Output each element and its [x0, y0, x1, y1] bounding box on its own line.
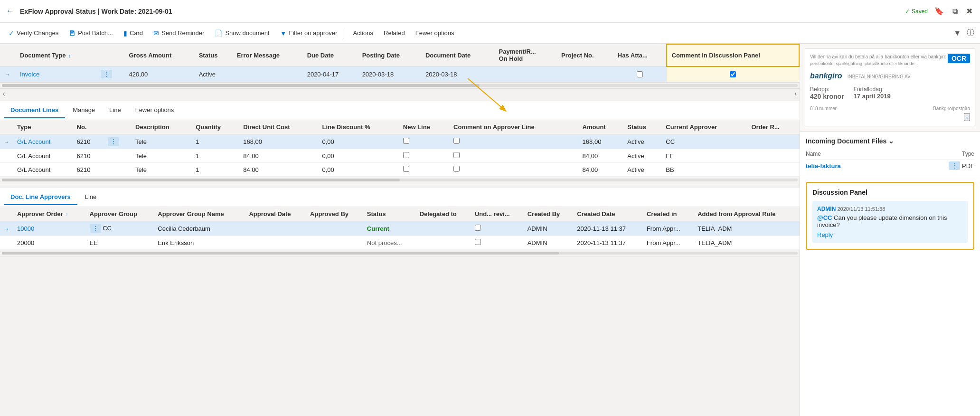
dl-no: 6210: [73, 163, 104, 177]
dl-type: G/L Account: [13, 149, 73, 163]
approvers-hscroll[interactable]: [0, 250, 800, 256]
scroll-track: [2, 84, 798, 87]
has-atta-checkbox[interactable]: [637, 71, 643, 77]
gl-account-link[interactable]: G/L Account: [17, 138, 50, 145]
ocr-amount: Belopp: 420 kronor: [810, 86, 844, 100]
ap-order: 20000: [13, 236, 86, 250]
info-icon[interactable]: ⓘ: [965, 27, 976, 39]
ap-und-revi[interactable]: [471, 236, 524, 250]
cell-has-atta[interactable]: [613, 66, 667, 82]
dl-current-approver: FF: [662, 149, 747, 163]
ap-und-revi[interactable]: [471, 221, 524, 236]
ap-und-revi-checkbox-2[interactable]: [475, 239, 481, 245]
ap-group-three-dot[interactable]: ⋮ CC: [86, 221, 154, 236]
comment-discussion-checkbox[interactable]: [730, 71, 736, 77]
th-arrow: [0, 44, 15, 66]
chevron-down-icon[interactable]: ⌄: [888, 137, 894, 145]
ap-scroll-thumb[interactable]: [2, 252, 559, 255]
tab-fewer-options[interactable]: Fewer options: [129, 103, 181, 118]
dl-new-line-checkbox-3[interactable]: [403, 166, 409, 172]
dl-arrow: [0, 149, 13, 163]
dl-three-dot: [104, 149, 132, 163]
lines-scroll-thumb[interactable]: [2, 179, 400, 181]
dl-three-dot[interactable]: ⋮: [104, 134, 132, 149]
post-icon: 🖹: [69, 29, 75, 37]
tab-doc-line-approvers[interactable]: Doc. Line Approvers: [4, 189, 77, 205]
nav-right-arrow[interactable]: ›: [792, 90, 800, 97]
dl-new-line[interactable]: [399, 149, 450, 163]
th-payment-on-hold: Payment/R...On Hold: [494, 44, 556, 66]
reply-link[interactable]: Reply: [817, 231, 963, 238]
discussion-title: Discussion Panel: [812, 189, 968, 196]
dl-comment[interactable]: [450, 163, 579, 177]
th-ap-arrow: [0, 207, 13, 221]
ocr-bank-name: bankgiro INBETALNING/GIRERING AV: [810, 72, 970, 80]
tab-document-lines[interactable]: Document Lines: [4, 103, 65, 118]
post-batch-button[interactable]: 🖹 Post Batch...: [64, 27, 118, 40]
dl-row-menu[interactable]: ⋮: [108, 137, 119, 146]
cell-comment-discussion[interactable]: [667, 66, 799, 82]
dl-new-line[interactable]: [399, 134, 450, 149]
scroll-thumb[interactable]: [2, 84, 480, 87]
lines-hscroll[interactable]: [0, 177, 800, 183]
ocr-preview: Vill denna avi kan du betala på alla ban…: [800, 44, 980, 132]
send-reminder-button[interactable]: ✉ Send Reminder: [149, 27, 209, 40]
table-row[interactable]: → Invoice ⋮ 420,00 Active 2020-04-17 202…: [0, 66, 799, 82]
open-in-new-icon[interactable]: ⧉: [951, 6, 960, 17]
bookmark-icon[interactable]: 🔖: [933, 6, 946, 17]
dl-new-line-checkbox-2[interactable]: [403, 152, 409, 158]
show-document-button[interactable]: 📄 Show document: [210, 27, 274, 40]
msg-mention: @CC: [817, 214, 832, 221]
filter-on-approver-button[interactable]: ▼ Filter on approver: [275, 27, 342, 40]
cell-document-type[interactable]: Invoice: [15, 66, 96, 82]
row-menu-button[interactable]: ⋮: [101, 70, 112, 78]
tab-line[interactable]: Line: [103, 103, 128, 118]
filter-icon-right[interactable]: ▼: [952, 28, 963, 38]
ap-delegated: [416, 221, 471, 236]
invoice-link[interactable]: Invoice: [20, 71, 39, 78]
tab-manage[interactable]: Manage: [66, 103, 102, 118]
dl-type: G/L Account: [13, 163, 73, 177]
related-button[interactable]: Related: [379, 27, 410, 39]
collapse-icon[interactable]: ✖: [964, 6, 974, 17]
doc-line-row[interactable]: → G/L Account 6210 ⋮ Tele 1 168,00 0,00 …: [0, 134, 800, 149]
cell-three-dot[interactable]: ⋮: [96, 66, 124, 82]
ap-order[interactable]: 10000: [13, 221, 86, 236]
actions-button[interactable]: Actions: [348, 27, 378, 39]
approver-row[interactable]: 20000 EE Erik Eriksson Not proces... ADM…: [0, 236, 800, 250]
dl-description: Tele: [132, 134, 192, 149]
incoming-file-row[interactable]: telia-faktura ⋮ PDF: [806, 161, 974, 170]
ocr-expand-button[interactable]: ⌄: [964, 113, 970, 121]
main-table: Document Type ↑ Gross Amount Status Erro…: [0, 44, 800, 82]
approver-order-link[interactable]: 10000: [17, 225, 34, 232]
lines-scroll-track: [2, 179, 798, 181]
th-dl-quantity: Quantity: [192, 120, 239, 134]
card-button[interactable]: ▮ Card: [119, 27, 148, 40]
dl-comment-checkbox-3[interactable]: [453, 166, 460, 172]
approver-row[interactable]: → 10000 ⋮ CC Cecilia Cederbaum Current A…: [0, 221, 800, 236]
doc-line-row[interactable]: G/L Account 6210 Tele 1 84,00 0,00 84,00…: [0, 149, 800, 163]
ap-created-in: From Appr...: [643, 236, 694, 250]
file-type: PDF: [962, 162, 974, 170]
back-button[interactable]: ←: [6, 6, 14, 16]
fewer-options-button[interactable]: Fewer options: [411, 27, 459, 39]
doc-line-row[interactable]: G/L Account 6210 Tele 1 84,00 0,00 84,00…: [0, 163, 800, 177]
nav-left-arrow[interactable]: ‹: [0, 90, 8, 97]
file-menu-button[interactable]: ⋮: [949, 161, 960, 170]
file-name-link[interactable]: telia-faktura: [806, 162, 947, 170]
dl-comment-checkbox[interactable]: [453, 138, 460, 144]
dl-comment-checkbox-2[interactable]: [453, 152, 460, 158]
dl-quantity: 1: [192, 134, 239, 149]
dl-new-line-checkbox[interactable]: [403, 138, 409, 144]
ap-und-revi-checkbox[interactable]: [475, 225, 481, 231]
dl-comment[interactable]: [450, 149, 579, 163]
main-table-hscroll[interactable]: [0, 82, 800, 89]
tab-approvers-line[interactable]: Line: [78, 189, 104, 205]
dl-comment[interactable]: [450, 134, 579, 149]
th-ap-und-revi: Und... revi...: [471, 207, 524, 221]
th-dl-description: Description: [132, 120, 192, 134]
dl-new-line[interactable]: [399, 163, 450, 177]
ap-row-menu[interactable]: ⋮: [90, 224, 101, 233]
verify-changes-button[interactable]: ✓ Verify Changes: [4, 27, 63, 40]
dl-type[interactable]: G/L Account: [13, 134, 73, 149]
